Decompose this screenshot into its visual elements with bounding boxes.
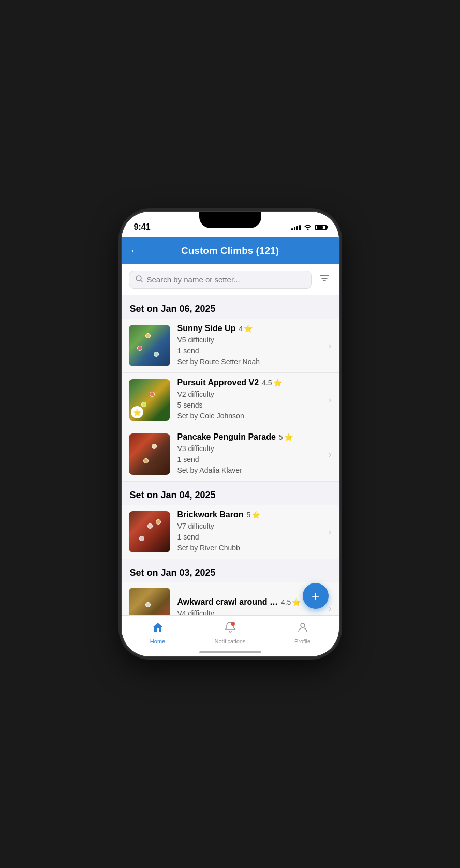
status-icons xyxy=(291,223,327,231)
climb-setter: Set by Cole Johnson xyxy=(177,411,321,422)
climb-thumbnail xyxy=(129,511,170,552)
search-bar xyxy=(122,264,339,295)
page-header: ← Custom Climbs (121) xyxy=(122,237,339,264)
climb-difficulty: V7 difficulty xyxy=(177,521,321,532)
notifications-icon xyxy=(224,621,236,637)
climb-info: Pancake Penguin Parade 5 ⭐ V3 difficulty… xyxy=(177,432,321,476)
search-icon xyxy=(136,275,143,284)
section-header-jan03: Set on Jan 03, 2025 xyxy=(122,559,339,582)
climb-rating: 4 ⭐ xyxy=(239,324,253,333)
search-input[interactable] xyxy=(147,275,305,284)
climb-item[interactable]: Brickwork Baron 5 ⭐ V7 difficulty 1 send… xyxy=(122,505,339,559)
nav-label-notifications: Notifications xyxy=(215,638,246,645)
chevron-right-icon: › xyxy=(329,527,332,537)
climb-name: Pursuit Approved V2 xyxy=(177,378,259,387)
climb-name: Awkward crawl around … xyxy=(177,597,278,607)
battery-icon xyxy=(315,225,327,230)
content-area: Set on Jan 06, 2025 Sunny Side Up 4 ⭐ V5 xyxy=(122,264,339,615)
svg-line-1 xyxy=(141,280,142,282)
bottom-navigation: Home Notifications xyxy=(122,615,339,656)
climb-rating: 5 ⭐ xyxy=(279,433,293,441)
climb-name: Sunny Side Up xyxy=(177,324,236,333)
climb-rating: 5 ⭐ xyxy=(247,511,261,519)
climb-sends: 1 send xyxy=(177,346,321,356)
status-bar: 9:41 xyxy=(122,212,339,237)
add-button[interactable]: + xyxy=(303,583,329,609)
climb-thumbnail: ⭐ xyxy=(129,379,170,421)
page-title: Custom Climbs (121) xyxy=(147,245,313,257)
wifi-icon xyxy=(304,223,312,231)
phone-screen: 9:41 ← Custom Climbs (121) xyxy=(122,212,339,656)
chevron-right-icon: › xyxy=(329,603,332,614)
home-icon xyxy=(152,621,164,637)
climb-rating: 4.5 ⭐ xyxy=(281,598,301,606)
section-header-jan06: Set on Jan 06, 2025 xyxy=(122,295,339,319)
climb-difficulty: V4 difficulty xyxy=(177,608,321,615)
nav-item-notifications[interactable]: Notifications xyxy=(194,621,266,645)
climb-sends: 5 sends xyxy=(177,400,321,411)
search-input-wrap[interactable] xyxy=(129,271,312,289)
climb-rating: 4.5 ⭐ xyxy=(262,379,281,387)
chevron-right-icon: › xyxy=(329,395,332,406)
nav-item-home[interactable]: Home xyxy=(122,621,194,645)
climb-name: Brickwork Baron xyxy=(177,510,244,519)
climb-info: Brickwork Baron 5 ⭐ V7 difficulty 1 send… xyxy=(177,510,321,553)
climb-name: Pancake Penguin Parade xyxy=(177,432,276,442)
section-header-jan04: Set on Jan 04, 2025 xyxy=(122,482,339,505)
climb-info: Sunny Side Up 4 ⭐ V5 difficulty 1 send S… xyxy=(177,324,321,367)
chevron-right-icon: › xyxy=(329,449,332,460)
climb-thumbnail xyxy=(129,588,170,615)
nav-label-home: Home xyxy=(150,638,165,645)
notch xyxy=(199,212,261,228)
climb-info: Pursuit Approved V2 4.5 ⭐ V2 difficulty … xyxy=(177,378,321,422)
nav-label-profile: Profile xyxy=(294,638,310,645)
filter-button[interactable] xyxy=(317,272,332,287)
favorite-badge: ⭐ xyxy=(131,406,143,418)
climb-sends: 1 send xyxy=(177,532,321,543)
phone-frame: 9:41 ← Custom Climbs (121) xyxy=(122,212,339,656)
chevron-right-icon: › xyxy=(329,340,332,351)
status-time: 9:41 xyxy=(134,222,151,232)
climb-setter: Set by Route Setter Noah xyxy=(177,356,321,367)
home-indicator xyxy=(199,651,261,653)
nav-item-profile[interactable]: Profile xyxy=(266,621,339,645)
climb-difficulty: V5 difficulty xyxy=(177,335,321,346)
climb-item[interactable]: Sunny Side Up 4 ⭐ V5 difficulty 1 send S… xyxy=(122,319,339,373)
climb-sends: 1 send xyxy=(177,454,321,465)
climb-item[interactable]: ⭐ Pursuit Approved V2 4.5 ⭐ V2 difficult… xyxy=(122,373,339,427)
svg-point-6 xyxy=(301,623,305,627)
climb-setter: Set by River Chubb xyxy=(177,543,321,553)
climb-item[interactable]: Pancake Penguin Parade 5 ⭐ V3 difficulty… xyxy=(122,427,339,482)
climb-thumbnail xyxy=(129,325,170,366)
svg-point-5 xyxy=(231,622,235,626)
climb-setter: Set by Adalia Klaver xyxy=(177,465,321,476)
climb-info: Awkward crawl around … 4.5 ⭐ V4 difficul… xyxy=(177,597,321,615)
climb-difficulty: V3 difficulty xyxy=(177,443,321,454)
back-button[interactable]: ← xyxy=(130,244,141,258)
signal-icon xyxy=(291,224,301,230)
profile-icon xyxy=(296,621,309,637)
climb-thumbnail xyxy=(129,433,170,475)
climb-difficulty: V2 difficulty xyxy=(177,389,321,400)
